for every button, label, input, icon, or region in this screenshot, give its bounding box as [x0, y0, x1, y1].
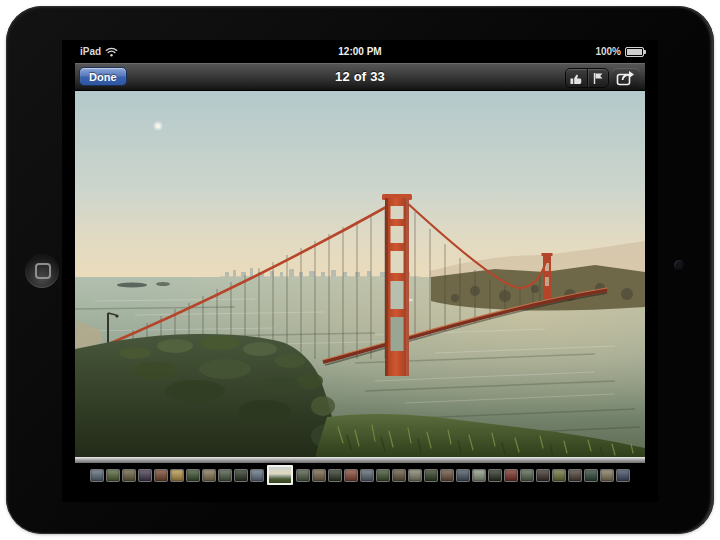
thumbnail[interactable]	[569, 470, 581, 481]
flag-button[interactable]	[587, 69, 609, 87]
thumbnail[interactable]	[107, 470, 119, 481]
share-button[interactable]	[612, 68, 640, 88]
thumbnail[interactable]	[441, 470, 453, 481]
thumbnail[interactable]	[457, 470, 469, 481]
thumbnail[interactable]	[377, 470, 389, 481]
thumbnail-current[interactable]	[267, 465, 293, 485]
thumbnail[interactable]	[425, 470, 437, 481]
thumbnail[interactable]	[393, 470, 405, 481]
photo-toolbar: Done 12 of 33	[75, 63, 645, 91]
thumbnail[interactable]	[505, 470, 517, 481]
thumbnail[interactable]	[617, 470, 629, 481]
rating-segmented-control	[565, 68, 609, 88]
thumbnail[interactable]	[601, 470, 613, 481]
thumbnail[interactable]	[553, 470, 565, 481]
thumbnail[interactable]	[473, 470, 485, 481]
thumbnail[interactable]	[235, 470, 247, 481]
golden-gate-bridge-photo	[75, 91, 645, 457]
thumbnail[interactable]	[329, 470, 341, 481]
status-bar: iPad 12:00 PM 100%	[62, 40, 658, 63]
thumbnail-strip[interactable]	[84, 466, 636, 484]
thumbnail[interactable]	[171, 470, 183, 481]
thumbnail[interactable]	[251, 470, 263, 481]
battery-icon	[625, 47, 644, 57]
thumbnail[interactable]	[409, 470, 421, 481]
scrubber-track[interactable]	[75, 457, 645, 463]
home-button[interactable]	[25, 254, 59, 288]
photo-view[interactable]	[75, 91, 645, 457]
thumbnail[interactable]	[521, 470, 533, 481]
thumbnail[interactable]	[219, 470, 231, 481]
flag-icon	[592, 72, 604, 85]
thumbnail[interactable]	[537, 470, 549, 481]
ipad-device-frame: iPad 12:00 PM 100%	[6, 6, 714, 534]
thumbs-up-button[interactable]	[566, 69, 587, 87]
thumbnail[interactable]	[123, 470, 135, 481]
thumbnail[interactable]	[345, 470, 357, 481]
home-button-icon	[35, 263, 51, 279]
thumbnail[interactable]	[187, 470, 199, 481]
ipad-screen: iPad 12:00 PM 100%	[62, 40, 658, 502]
thumbnail[interactable]	[361, 470, 373, 481]
photo-counter-title: 12 of 33	[75, 69, 645, 84]
thumbnail[interactable]	[203, 470, 215, 481]
thumbs-up-icon	[569, 72, 584, 85]
thumbnail[interactable]	[297, 470, 309, 481]
thumbnail[interactable]	[155, 470, 167, 481]
status-time: 12:00 PM	[62, 46, 658, 57]
desktop-background: iPad 12:00 PM 100%	[0, 0, 720, 540]
share-icon	[616, 70, 636, 86]
thumbnail[interactable]	[91, 470, 103, 481]
front-camera	[674, 260, 684, 270]
thumbnail[interactable]	[139, 470, 151, 481]
thumbnail[interactable]	[313, 470, 325, 481]
thumbnail[interactable]	[489, 470, 501, 481]
battery-percent: 100%	[595, 46, 621, 57]
thumbnail[interactable]	[585, 470, 597, 481]
